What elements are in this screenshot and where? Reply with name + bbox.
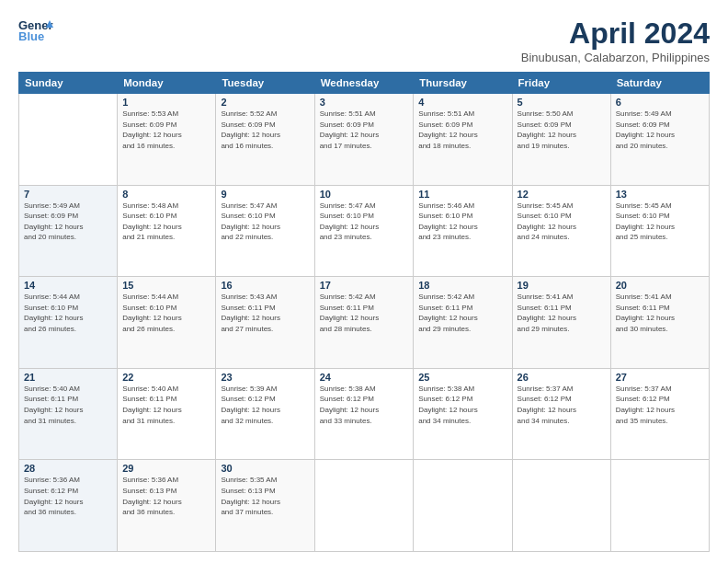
day-number: 9 xyxy=(221,189,309,200)
day-info: Sunrise: 5:50 AMSunset: 6:09 PMDaylight:… xyxy=(518,109,606,151)
calendar-cell: 27Sunrise: 5:37 AMSunset: 6:12 PMDayligh… xyxy=(610,368,709,460)
calendar-cell xyxy=(610,460,709,552)
day-info: Sunrise: 5:35 AMSunset: 6:13 PMDaylight:… xyxy=(221,475,309,517)
calendar-cell: 23Sunrise: 5:39 AMSunset: 6:12 PMDayligh… xyxy=(216,368,314,460)
day-info: Sunrise: 5:47 AMSunset: 6:10 PMDaylight:… xyxy=(320,201,409,243)
day-number: 21 xyxy=(24,372,112,383)
weekday-header-tuesday: Tuesday xyxy=(216,73,314,94)
calendar-cell: 25Sunrise: 5:38 AMSunset: 6:12 PMDayligh… xyxy=(414,368,512,460)
day-info: Sunrise: 5:49 AMSunset: 6:09 PMDaylight:… xyxy=(24,201,112,243)
day-info: Sunrise: 5:40 AMSunset: 6:11 PMDaylight:… xyxy=(24,384,112,426)
day-info: Sunrise: 5:40 AMSunset: 6:11 PMDaylight:… xyxy=(122,384,210,426)
day-number: 28 xyxy=(24,463,112,474)
calendar-cell: 24Sunrise: 5:38 AMSunset: 6:12 PMDayligh… xyxy=(314,368,414,460)
calendar-cell: 21Sunrise: 5:40 AMSunset: 6:11 PMDayligh… xyxy=(19,368,118,460)
week-row-5: 28Sunrise: 5:36 AMSunset: 6:12 PMDayligh… xyxy=(19,460,710,552)
day-number: 8 xyxy=(122,189,210,200)
day-number: 17 xyxy=(320,280,409,291)
day-number: 3 xyxy=(320,97,409,108)
day-number: 24 xyxy=(320,372,409,383)
calendar-cell: 1Sunrise: 5:53 AMSunset: 6:09 PMDaylight… xyxy=(118,94,216,186)
day-info: Sunrise: 5:53 AMSunset: 6:09 PMDaylight:… xyxy=(122,109,210,151)
calendar-cell: 19Sunrise: 5:41 AMSunset: 6:11 PMDayligh… xyxy=(512,277,610,369)
calendar-cell xyxy=(19,94,118,186)
day-number: 10 xyxy=(320,189,409,200)
day-number: 19 xyxy=(518,280,606,291)
calendar-cell: 17Sunrise: 5:42 AMSunset: 6:11 PMDayligh… xyxy=(314,277,414,369)
day-number: 11 xyxy=(418,189,506,200)
day-number: 23 xyxy=(221,372,309,383)
day-info: Sunrise: 5:36 AMSunset: 6:12 PMDaylight:… xyxy=(24,475,112,517)
calendar-cell: 4Sunrise: 5:51 AMSunset: 6:09 PMDaylight… xyxy=(414,94,512,186)
week-row-1: 1Sunrise: 5:53 AMSunset: 6:09 PMDaylight… xyxy=(19,94,710,186)
day-number: 12 xyxy=(518,189,606,200)
day-info: Sunrise: 5:46 AMSunset: 6:10 PMDaylight:… xyxy=(418,201,506,243)
calendar-cell: 29Sunrise: 5:36 AMSunset: 6:13 PMDayligh… xyxy=(118,460,216,552)
calendar-cell xyxy=(414,460,512,552)
day-info: Sunrise: 5:45 AMSunset: 6:10 PMDaylight:… xyxy=(616,201,704,243)
svg-text:Blue: Blue xyxy=(18,29,44,43)
weekday-header-saturday: Saturday xyxy=(610,73,709,94)
day-info: Sunrise: 5:47 AMSunset: 6:10 PMDaylight:… xyxy=(221,201,309,243)
day-number: 6 xyxy=(616,97,704,108)
day-info: Sunrise: 5:39 AMSunset: 6:12 PMDaylight:… xyxy=(221,384,309,426)
day-info: Sunrise: 5:44 AMSunset: 6:10 PMDaylight:… xyxy=(24,292,112,334)
day-info: Sunrise: 5:37 AMSunset: 6:12 PMDaylight:… xyxy=(616,384,704,426)
day-number: 18 xyxy=(418,280,506,291)
day-number: 1 xyxy=(122,97,210,108)
calendar-cell: 9Sunrise: 5:47 AMSunset: 6:10 PMDaylight… xyxy=(216,185,314,277)
calendar-cell: 16Sunrise: 5:43 AMSunset: 6:11 PMDayligh… xyxy=(216,277,314,369)
calendar-cell: 7Sunrise: 5:49 AMSunset: 6:09 PMDaylight… xyxy=(19,185,118,277)
day-info: Sunrise: 5:43 AMSunset: 6:11 PMDaylight:… xyxy=(221,292,309,334)
calendar-cell: 3Sunrise: 5:51 AMSunset: 6:09 PMDaylight… xyxy=(314,94,414,186)
header: General Blue April 2024 Binubusan, Calab… xyxy=(18,17,710,64)
weekday-header-wednesday: Wednesday xyxy=(314,73,414,94)
weekday-header-sunday: Sunday xyxy=(19,73,118,94)
calendar-cell: 11Sunrise: 5:46 AMSunset: 6:10 PMDayligh… xyxy=(414,185,512,277)
day-info: Sunrise: 5:51 AMSunset: 6:09 PMDaylight:… xyxy=(418,109,506,151)
day-number: 15 xyxy=(122,280,210,291)
day-info: Sunrise: 5:52 AMSunset: 6:09 PMDaylight:… xyxy=(221,109,309,151)
logo-icon: General Blue xyxy=(18,17,53,44)
calendar-cell: 22Sunrise: 5:40 AMSunset: 6:11 PMDayligh… xyxy=(118,368,216,460)
day-number: 27 xyxy=(616,372,704,383)
week-row-3: 14Sunrise: 5:44 AMSunset: 6:10 PMDayligh… xyxy=(19,277,710,369)
day-info: Sunrise: 5:51 AMSunset: 6:09 PMDaylight:… xyxy=(320,109,409,151)
calendar-cell: 8Sunrise: 5:48 AMSunset: 6:10 PMDaylight… xyxy=(118,185,216,277)
week-row-4: 21Sunrise: 5:40 AMSunset: 6:11 PMDayligh… xyxy=(19,368,710,460)
weekday-header-friday: Friday xyxy=(512,73,610,94)
calendar-cell: 18Sunrise: 5:42 AMSunset: 6:11 PMDayligh… xyxy=(414,277,512,369)
day-info: Sunrise: 5:44 AMSunset: 6:10 PMDaylight:… xyxy=(122,292,210,334)
day-info: Sunrise: 5:38 AMSunset: 6:12 PMDaylight:… xyxy=(320,384,409,426)
day-info: Sunrise: 5:48 AMSunset: 6:10 PMDaylight:… xyxy=(122,201,210,243)
title-block: April 2024 Binubusan, Calabarzon, Philip… xyxy=(521,17,710,64)
calendar: SundayMondayTuesdayWednesdayThursdayFrid… xyxy=(18,72,710,552)
calendar-cell: 28Sunrise: 5:36 AMSunset: 6:12 PMDayligh… xyxy=(19,460,118,552)
day-number: 16 xyxy=(221,280,309,291)
week-row-2: 7Sunrise: 5:49 AMSunset: 6:09 PMDaylight… xyxy=(19,185,710,277)
subtitle: Binubusan, Calabarzon, Philippines xyxy=(521,51,710,64)
calendar-cell: 14Sunrise: 5:44 AMSunset: 6:10 PMDayligh… xyxy=(19,277,118,369)
day-number: 4 xyxy=(418,97,506,108)
day-number: 25 xyxy=(418,372,506,383)
calendar-cell: 12Sunrise: 5:45 AMSunset: 6:10 PMDayligh… xyxy=(512,185,610,277)
calendar-cell: 20Sunrise: 5:41 AMSunset: 6:11 PMDayligh… xyxy=(610,277,709,369)
day-number: 5 xyxy=(518,97,606,108)
calendar-cell: 13Sunrise: 5:45 AMSunset: 6:10 PMDayligh… xyxy=(610,185,709,277)
calendar-cell: 5Sunrise: 5:50 AMSunset: 6:09 PMDaylight… xyxy=(512,94,610,186)
day-number: 22 xyxy=(122,372,210,383)
logo: General Blue xyxy=(18,17,53,44)
calendar-cell: 26Sunrise: 5:37 AMSunset: 6:12 PMDayligh… xyxy=(512,368,610,460)
day-number: 20 xyxy=(616,280,704,291)
day-info: Sunrise: 5:45 AMSunset: 6:10 PMDaylight:… xyxy=(518,201,606,243)
weekday-header-thursday: Thursday xyxy=(414,73,512,94)
day-info: Sunrise: 5:36 AMSunset: 6:13 PMDaylight:… xyxy=(122,475,210,517)
day-info: Sunrise: 5:38 AMSunset: 6:12 PMDaylight:… xyxy=(418,384,506,426)
day-info: Sunrise: 5:42 AMSunset: 6:11 PMDaylight:… xyxy=(418,292,506,334)
main-title: April 2024 xyxy=(521,17,710,51)
calendar-cell: 30Sunrise: 5:35 AMSunset: 6:13 PMDayligh… xyxy=(216,460,314,552)
day-info: Sunrise: 5:49 AMSunset: 6:09 PMDaylight:… xyxy=(616,109,704,151)
day-number: 26 xyxy=(518,372,606,383)
calendar-cell xyxy=(314,460,414,552)
day-info: Sunrise: 5:41 AMSunset: 6:11 PMDaylight:… xyxy=(616,292,704,334)
